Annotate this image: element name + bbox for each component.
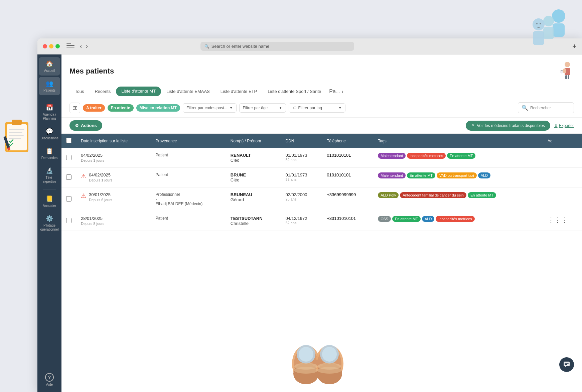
- download-icon: ⬇: [554, 123, 558, 128]
- app-layout: 🏠 Accueil 👥 Patients 📅 Agenda / Planning…: [37, 54, 582, 392]
- row-tags: CSSEn attente MTALDIncapacités motrices: [373, 211, 543, 231]
- tag-badge[interactable]: En attente MT: [392, 216, 421, 222]
- more-options-icon[interactable]: ⋮⋮⋮: [548, 216, 568, 224]
- chat-widget-button[interactable]: [559, 357, 574, 372]
- page-header: Mes patients: [61, 54, 582, 98]
- back-button[interactable]: ‹: [79, 42, 83, 50]
- tag-badge[interactable]: Incapacités motrices: [407, 153, 446, 159]
- tab-liste-mt[interactable]: Liste d'attente MT: [116, 87, 161, 96]
- export-button[interactable]: ⬇ Exporter: [554, 123, 574, 128]
- sidebar-item-annuaire[interactable]: 📒 Annuaire: [39, 192, 60, 211]
- sidebar-item-agenda[interactable]: 📅 Agenda / Planning: [39, 101, 60, 123]
- sidebar-label-tele: Télé-expertise: [40, 176, 59, 184]
- browser-titlebar: ‹ › 🔍 Search or enter website name +: [37, 38, 582, 54]
- tag-badge[interactable]: Incapacités motrices: [436, 216, 474, 222]
- age-value: 52 ans: [285, 221, 317, 225]
- sidebar-item-discussions[interactable]: 💬 Discussions: [39, 125, 60, 143]
- right-actions: ⚘ Voir les médecins traitants disponible…: [466, 121, 574, 131]
- row-checkbox-1[interactable]: [66, 174, 71, 180]
- search-input[interactable]: [530, 106, 570, 110]
- svg-rect-44: [564, 362, 570, 366]
- tag-badge[interactable]: CSS: [378, 216, 391, 222]
- filter-tag[interactable]: 🏷 Filtrer par tag ▼: [289, 103, 345, 113]
- row-date: 28/01/2025: [81, 216, 146, 221]
- tab-liste-sport[interactable]: Liste d'attente Sport / Santé: [262, 86, 326, 98]
- export-label: Exporter: [559, 123, 574, 128]
- home-icon: 🏠: [45, 60, 53, 68]
- svg-rect-21: [7, 124, 27, 150]
- fullscreen-button[interactable]: [55, 44, 60, 48]
- filter-settings-button[interactable]: [69, 103, 80, 113]
- tabs-row: Tous Récents Liste d'attente MT Liste d'…: [69, 85, 574, 98]
- tag-badge[interactable]: VAD ou transport taxi: [437, 172, 477, 178]
- row-phone: +33699999999: [322, 187, 373, 211]
- address-bar[interactable]: 🔍 Search or enter website name: [200, 42, 354, 51]
- row-since: Depuis 1 jours: [89, 178, 112, 182]
- tag-badge[interactable]: ALD: [422, 216, 434, 222]
- new-tab-button[interactable]: +: [572, 42, 577, 51]
- warning-icon: ⚠: [81, 172, 86, 180]
- tele-icon: 🔬: [45, 167, 53, 175]
- svg-rect-4: [568, 75, 569, 79]
- tag-badge[interactable]: Antécédent familial de cancer du sein: [400, 192, 466, 198]
- tab-tous[interactable]: Tous: [69, 86, 89, 98]
- chevron-down-icon: ▼: [338, 106, 342, 110]
- age-value: 52 ans: [285, 158, 317, 162]
- table-row: ⚠ 04/02/2025 Depuis 1 jours PatientBRUNE…: [61, 168, 582, 187]
- table-row: ⚠ 30/01/2025 Depuis 6 jours Professionne…: [61, 187, 582, 211]
- tag-badge[interactable]: ALD: [478, 172, 490, 178]
- forward-button[interactable]: ›: [85, 42, 89, 50]
- filter-codes-postaux[interactable]: Filtrer par codes post... ▼: [183, 103, 237, 113]
- tab-recents[interactable]: Récents: [89, 86, 116, 98]
- row-since: Depuis 1 jours: [81, 158, 146, 162]
- actions-button[interactable]: ⚙ Actions: [69, 120, 102, 131]
- filter-tag-a-traiter[interactable]: A traiter: [83, 104, 105, 112]
- tag-badge[interactable]: En attente MT: [468, 192, 496, 198]
- row-checkbox-2[interactable]: [66, 196, 71, 202]
- sidebar-item-accueil[interactable]: 🏠 Accueil: [39, 57, 60, 76]
- row-ddn: 02/02/200025 ans: [281, 187, 322, 211]
- sidebar-label-discussions: Discussions: [40, 136, 58, 140]
- filter-tag-mise-en-relation[interactable]: Mise en relation MT: [136, 104, 180, 112]
- sidebar-item-demandes[interactable]: 📋 Demandes: [39, 144, 60, 163]
- row-checkbox-0[interactable]: [66, 155, 71, 160]
- tag-badge[interactable]: En attente MT: [407, 172, 435, 178]
- svg-rect-25: [9, 135, 24, 136]
- sidebar-item-patients[interactable]: 👥 Patients: [39, 77, 60, 95]
- table-row: 28/01/2025 Depuis 8 joursPatientTESTSUDT…: [61, 211, 582, 231]
- row-phone: +33101010101: [322, 211, 373, 231]
- sidebar-item-aide[interactable]: ? Aide: [39, 370, 60, 389]
- sidebar-item-tele[interactable]: 🔬 Télé-expertise: [39, 164, 60, 186]
- row-name: RENAULTCléo: [226, 148, 281, 168]
- close-button[interactable]: [43, 44, 47, 48]
- actions-label: Actions: [81, 123, 97, 128]
- tag-badge[interactable]: ALD Poly: [378, 192, 399, 198]
- sidebar-item-pilotage[interactable]: ⚙️ Pilotage opérationnel: [39, 212, 60, 234]
- filter-tag-en-attente[interactable]: En attente: [108, 104, 134, 112]
- tag-badge[interactable]: Malentendant: [378, 172, 406, 178]
- tag-badge[interactable]: En attente MT: [447, 153, 475, 159]
- row-checkbox-3[interactable]: [66, 218, 71, 223]
- col-date: Date inscription sur la liste: [76, 134, 151, 148]
- filter-age[interactable]: Filtrer par âge ▼: [239, 103, 286, 113]
- row-ddn: 01/01/197352 ans: [281, 168, 322, 187]
- tag-badge[interactable]: Malentendant: [378, 153, 406, 159]
- discussions-icon: 💬: [45, 127, 53, 135]
- sidebar-toggle-icon[interactable]: [66, 43, 75, 49]
- table-row: 04/02/2025 Depuis 1 joursPatientRENAULTC…: [61, 148, 582, 168]
- table-header-row: Date inscription sur la liste Provenance…: [61, 134, 582, 148]
- tab-liste-etp[interactable]: Liste d'attente ETP: [215, 86, 262, 98]
- patient-name: TESTSUDTARN: [231, 216, 276, 221]
- search-box[interactable]: 🔍: [518, 102, 574, 113]
- svg-rect-20: [5, 122, 28, 152]
- row-provenance: Patient: [151, 168, 226, 187]
- tab-liste-emaas[interactable]: Liste d'attente EMAAS: [161, 86, 215, 98]
- select-all-checkbox[interactable]: [66, 138, 71, 143]
- tab-more[interactable]: Pa... ›: [326, 85, 346, 98]
- voir-medecins-button[interactable]: ⚘ Voir les médecins traitants disponible…: [466, 121, 550, 131]
- patient-firstname: Gérard: [231, 197, 276, 202]
- warning-icon: ⚠: [81, 192, 86, 200]
- minimize-button[interactable]: [49, 44, 53, 48]
- patients-icon: 👥: [45, 80, 53, 88]
- age-value: 52 ans: [285, 177, 317, 181]
